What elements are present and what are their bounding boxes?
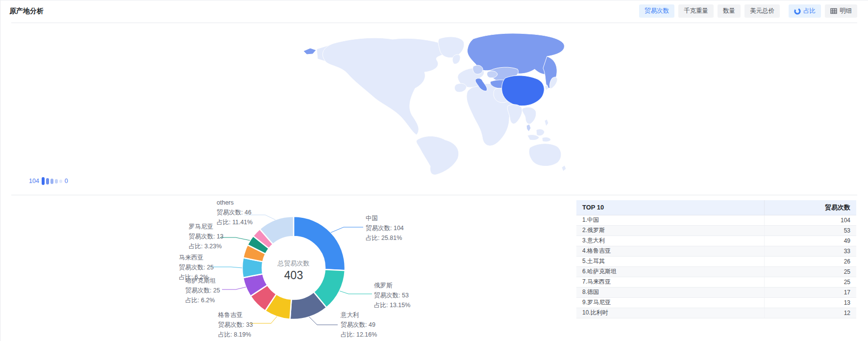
pie-label-percent: 占比: 25.81% (366, 233, 404, 243)
table-row: 5.土耳其26 (576, 256, 856, 266)
map-region-greenland[interactable] (438, 37, 464, 58)
pie-label-china: 中国 贸易次数: 104 占比: 25.81% (366, 213, 404, 243)
table-cell-value: 33 (764, 246, 856, 256)
legend-bar (42, 177, 45, 185)
table-header-trade-count: 贸易次数 (764, 200, 856, 215)
pie-label-percent: 占比: 6.2% (179, 272, 214, 282)
map-region-germany[interactable] (473, 65, 483, 74)
donut-center-title: 总贸易次数 (254, 259, 333, 268)
section-divider (11, 195, 857, 195)
pie-label-value: 贸易次数: 25 (179, 262, 214, 272)
table-cell-country: 9.罗马尼亚 (576, 297, 764, 308)
pie-label-russia: 俄罗斯 贸易次数: 53 占比: 13.15% (374, 281, 410, 310)
table-cell-country: 1.中国 (576, 215, 764, 225)
button-label: 美元总价 (750, 7, 774, 15)
pie-label-percent: 占比: 6.2% (185, 295, 220, 305)
map-region-indochina[interactable] (522, 107, 536, 124)
pie-label-value: 贸易次数: 33 (218, 320, 253, 330)
pie-label-percent: 占比: 11.41% (217, 217, 252, 227)
map-region-russia-east-fragment[interactable] (303, 48, 316, 54)
map-region-malaysia[interactable] (526, 124, 531, 131)
top-table-body: 1.中国1042.俄罗斯533.意大利494.格鲁吉亚335.土耳其266.哈萨… (576, 215, 856, 318)
world-choropleth-map[interactable] (302, 30, 567, 177)
legend-bar (46, 178, 49, 184)
table-cell-value: 17 (764, 287, 856, 297)
top10-table: TOP 10 贸易次数 1.中国1042.俄罗斯533.意大利494.格鲁吉亚3… (576, 200, 856, 318)
map-region-uk[interactable] (452, 54, 460, 64)
table-cell-country: 7.马来西亚 (576, 277, 764, 287)
map-legend-bars (42, 177, 62, 185)
legend-max-value: 104 (29, 178, 39, 184)
map-region-south-america[interactable] (417, 136, 459, 175)
metric-button-quantity[interactable]: 数量 (718, 4, 741, 18)
table-row: 2.俄罗斯53 (576, 225, 856, 236)
button-label: 千克重量 (684, 7, 708, 15)
map-region-iberia[interactable] (454, 83, 467, 92)
leader-russia (340, 291, 372, 294)
pie-label-malaysia: 马来西亚 贸易次数: 25 占比: 6.2% (179, 253, 214, 282)
leader-kazakhstan (222, 287, 246, 289)
metric-button-kg-weight[interactable]: 千克重量 (678, 4, 714, 18)
pie-label-name: 中国 (366, 213, 404, 223)
map-region-new-zealand[interactable] (562, 165, 566, 171)
table-row: 10.比利时12 (576, 308, 856, 318)
legend-bar (59, 180, 62, 183)
leader-italy (309, 317, 338, 325)
leader-georgia (249, 316, 277, 323)
pie-label-name: 马来西亚 (179, 253, 214, 262)
pie-label-value: 贸易次数: 25 (185, 286, 220, 295)
table-cell-value: 25 (764, 266, 856, 277)
pie-label-name: 俄罗斯 (374, 281, 410, 290)
map-region-new-guinea[interactable] (542, 137, 551, 142)
pie-label-value: 贸易次数: 53 (374, 290, 410, 300)
legend-bar (50, 179, 53, 184)
metric-button-usd-total[interactable]: 美元总价 (744, 4, 780, 18)
table-cell-value: 25 (764, 277, 856, 287)
table-header-top10: TOP 10 (576, 200, 764, 215)
view-button-detail[interactable]: 明细 (825, 4, 857, 18)
table-cell-value: 49 (764, 236, 856, 246)
header-divider (11, 23, 857, 23)
page-title: 原产地分析 (9, 7, 44, 16)
table-cell-country: 6.哈萨克斯坦 (576, 266, 764, 277)
table-cell-country: 5.土耳其 (576, 256, 764, 266)
table-cell-value: 104 (764, 215, 856, 225)
map-legend[interactable]: 104 0 (29, 177, 68, 185)
table-cell-value: 53 (764, 225, 856, 236)
table-cell-country: 3.意大利 (576, 236, 764, 246)
button-label: 占比 (803, 7, 816, 15)
pie-label-value: 贸易次数: 13 (189, 232, 223, 241)
pie-label-value: 贸易次数: 104 (366, 223, 404, 233)
table-cell-value: 12 (764, 308, 856, 318)
map-region-australia[interactable] (529, 144, 561, 166)
button-label: 贸易次数 (645, 7, 669, 15)
pie-icon (794, 8, 801, 15)
pie-label-others: others 贸易次数: 46 占比: 11.41% (217, 198, 252, 227)
table-row: 8.德国17 (576, 287, 856, 297)
pie-label-value: 贸易次数: 46 (217, 208, 252, 217)
table-row: 6.哈萨克斯坦25 (576, 266, 856, 277)
map-region-philippines[interactable] (545, 119, 548, 126)
legend-min-value: 0 (65, 178, 68, 184)
pie-label-name: 意大利 (341, 310, 377, 320)
table-row: 7.马来西亚25 (576, 277, 856, 287)
pie-label-value: 贸易次数: 49 (341, 320, 377, 330)
leader-romania (220, 237, 250, 240)
pie-label-percent: 占比: 12.16% (341, 330, 377, 340)
pie-label-name: others (217, 198, 252, 208)
map-region-china[interactable] (502, 76, 545, 106)
donut-center-label: 总贸易次数 403 (254, 259, 333, 282)
map-region-borneo[interactable] (536, 129, 545, 136)
map-region-india[interactable] (507, 105, 522, 124)
legend-bar (55, 179, 58, 184)
map-region-north-america[interactable] (322, 38, 449, 135)
pie-label-name: 格鲁吉亚 (218, 310, 253, 320)
button-label: 明细 (840, 7, 852, 15)
pie-label-italy: 意大利 贸易次数: 49 占比: 12.16% (341, 310, 377, 340)
map-region-romania[interactable] (487, 71, 497, 78)
view-button-proportion[interactable]: 占比 (789, 4, 821, 18)
pie-label-georgia: 格鲁吉亚 贸易次数: 33 占比: 8.19% (218, 310, 253, 340)
table-row: 3.意大利49 (576, 236, 856, 246)
button-label: 数量 (723, 7, 735, 15)
metric-button-trade-count[interactable]: 贸易次数 (639, 4, 674, 18)
